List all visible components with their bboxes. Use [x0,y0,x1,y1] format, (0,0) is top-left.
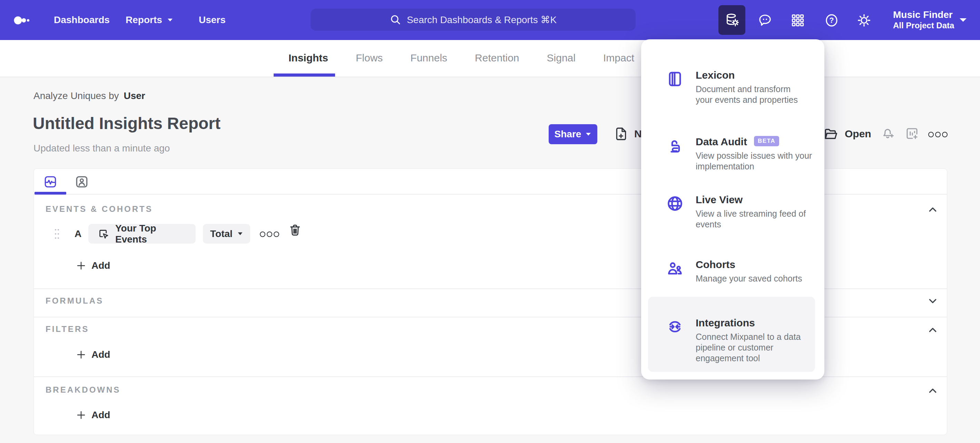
tab-funnels[interactable]: Funnels [410,52,447,64]
beta-badge: BETA [754,136,779,146]
tab-flows[interactable]: Flows [356,52,383,64]
add-breakdown-button[interactable]: Add [76,410,110,421]
menu-item-description: Connect Mixpanel to a data pipeline or c… [696,332,813,364]
svg-text:?: ? [829,16,834,24]
feedback-button[interactable] [758,13,772,28]
event-row-letter: A [75,224,81,244]
events-cohorts-label: EVENTS & COHORTS [46,204,153,214]
plus-icon [76,411,86,419]
menu-item-title: Data Audit BETA [696,136,779,148]
bell-plus-icon[interactable] [881,126,895,141]
lock-icon [666,137,684,154]
menu-item-title: Lexicon [696,69,735,81]
nav-reports-label: Reports [126,14,162,25]
share-caret-down-icon [585,132,592,136]
search-icon [390,14,401,25]
event-name: Your Top Events [115,223,187,245]
event-selector-pill[interactable]: Your Top Events [88,224,196,244]
events-collapse-chevron-up-icon[interactable] [928,205,938,215]
project-caret-down-icon[interactable] [959,17,967,23]
menu-item-title: Cohorts [696,259,735,270]
metric-selector-pill[interactable]: Total [203,224,250,244]
nav-dashboards[interactable]: Dashboards [54,0,110,40]
delete-event-trash-icon[interactable] [288,223,302,237]
metric-value: Total [210,229,232,240]
share-label: Share [555,129,581,140]
globe-icon [666,195,684,213]
report-title[interactable]: Untitled Insights Report [33,114,221,133]
menu-item-data-audit[interactable]: Data Audit BETA View possible issues wit… [641,136,824,188]
dot [942,132,948,137]
tab-insights[interactable]: Insights [288,52,328,64]
project-name: Music Finder [893,9,954,21]
dot [928,132,934,137]
menu-item-lexicon[interactable]: Lexicon Document and transform your even… [641,69,824,121]
menu-item-description: View a live streaming feed of events [696,208,813,230]
data-management-dropdown: Lexicon Document and transform your even… [641,39,824,379]
add-to-board-icon[interactable] [905,126,919,141]
nav-users[interactable]: Users [199,0,226,40]
data-management-button[interactable] [718,5,745,35]
folder-icon [823,126,838,141]
top-navigation-bar: Dashboards Reports Users Search Dashboar… [0,0,980,40]
analyze-uniques-row: Analyze Uniques byUser [33,91,145,102]
menu-item-integrations[interactable]: Integrations Connect Mixpanel to a data … [641,317,824,379]
dot [267,232,272,237]
project-scope: All Project Data [893,21,954,30]
open-report-button[interactable]: Open [823,126,871,141]
cohorts-icon [666,259,684,277]
plus-icon [76,261,86,270]
tab-retention[interactable]: Retention [475,52,519,64]
formulas-label: FORMULAS [46,296,103,306]
nav-reports[interactable]: Reports [126,0,173,40]
menu-item-description: Manage your saved cohorts [696,273,813,284]
share-button[interactable]: Share [549,124,597,144]
updated-timestamp: Updated less than a minute ago [33,143,170,154]
integrations-icon [666,318,684,336]
filters-label: FILTERS [46,324,89,334]
filters-collapse-chevron-up-icon[interactable] [928,325,938,335]
file-plus-icon [614,126,629,141]
active-tab-underline [274,73,335,76]
add-event-button[interactable]: Add [76,260,110,271]
nav-dashboards-label: Dashboards [54,14,110,25]
menu-item-live-view[interactable]: Live View View a live streaming feed of … [641,194,824,246]
profiles-view-tab[interactable] [75,175,89,189]
open-label: Open [845,128,871,140]
tab-signal[interactable]: Signal [547,52,576,64]
report-type-tabbar: Insights Flows Funnels Retention Signal … [0,40,980,77]
menu-item-cohorts[interactable]: Cohorts Manage your saved cohorts [641,259,824,300]
mixpanel-app: Dashboards Reports Users Search Dashboar… [0,0,980,443]
mixpanel-logo-icon[interactable] [14,15,33,25]
dot [274,232,279,237]
drag-handle[interactable] [54,228,60,240]
add-filter-label: Add [91,349,110,360]
help-button[interactable]: ? [824,13,839,28]
events-view-tab[interactable] [43,175,57,189]
event-row-more-options[interactable] [260,232,279,237]
plus-icon [76,350,86,359]
menu-item-description: View possible issues with your implement… [696,151,813,172]
add-breakdown-label: Add [91,410,110,421]
menu-item-title: Live View [696,194,743,206]
project-selector[interactable]: Music Finder All Project Data [893,9,954,30]
analyze-prefix: Analyze Uniques by [33,91,119,101]
search-placeholder: Search Dashboards & Reports ⌘K [407,14,557,25]
breakdowns-label: BREAKDOWNS [46,385,121,395]
add-filter-button[interactable]: Add [76,349,110,360]
apps-grid-icon[interactable] [791,13,805,28]
global-search-input[interactable]: Search Dashboards & Reports ⌘K [310,9,636,31]
analyze-value-dropdown[interactable]: User [124,91,145,101]
cursor-click-icon [97,228,110,240]
tab-impact[interactable]: Impact [603,52,634,64]
add-event-label: Add [91,260,110,271]
breakdowns-collapse-chevron-up-icon[interactable] [928,386,938,396]
more-options-button[interactable] [928,132,948,137]
menu-item-description: Document and transform your events and p… [696,84,813,105]
metric-caret-down-icon [237,232,243,236]
menu-item-title: Integrations [696,317,755,329]
dot [935,132,941,137]
formulas-expand-chevron-down-icon[interactable] [928,296,938,306]
caret-down-icon [167,18,173,22]
settings-gear-icon[interactable] [857,13,871,28]
